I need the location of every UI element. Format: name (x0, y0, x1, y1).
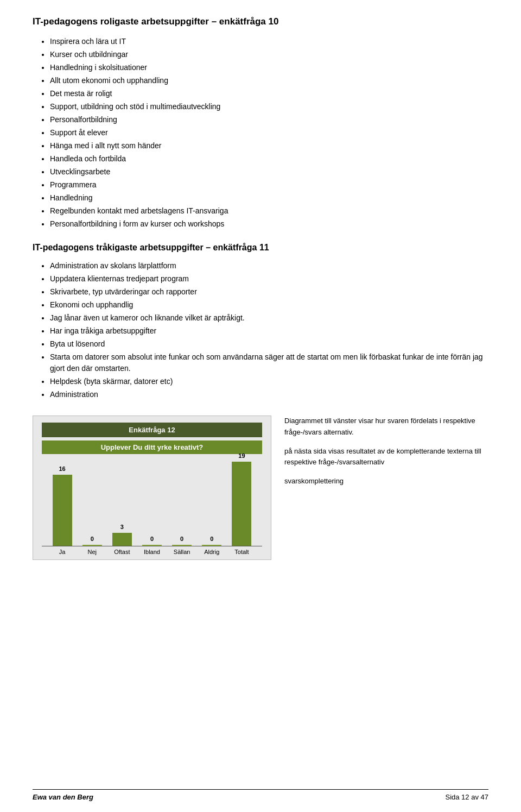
list1: Inspirera och lära ut IT Kurser och utbi… (33, 36, 488, 230)
main-heading: IT-pedagogens roligaste arbetsuppgifter … (33, 16, 488, 27)
bar-rect (202, 545, 221, 546)
chart-x-labels: JaNejOftastIblandSällanAldrigTotalt (42, 546, 262, 555)
list-item: Programmera (50, 179, 488, 191)
text-aside-para3: svarskomplettering (284, 476, 488, 487)
list-item: Administration av skolans lärplattform (50, 260, 488, 272)
bar-group: 16 (47, 465, 77, 546)
list-item: Handleda och fortbilda (50, 153, 488, 165)
chart-x-label: Oftast (107, 549, 137, 555)
bar-group: 3 (107, 524, 137, 546)
bar-rect (112, 533, 132, 546)
list-item: Personalfortbildning i form av kurser oc… (50, 218, 488, 230)
text-aside: Diagrammet till vänster visar hur svaren… (284, 416, 488, 495)
chart-x-label: Ja (47, 549, 77, 555)
list-item: Kurser och utbildningar (50, 49, 488, 60)
bar-value-label: 19 (238, 452, 245, 459)
bar-rect (142, 545, 162, 546)
list-item: Har inga tråkiga arbetsuppgifter (50, 325, 488, 337)
list-item: Uppdatera klienternas tredjepart program (50, 273, 488, 285)
list-item: Support, utbildning och stöd i multimedi… (50, 101, 488, 112)
list-item: Personalfortbildning (50, 114, 488, 125)
bar-rect (82, 545, 102, 546)
chart-x-label: Nej (77, 549, 107, 555)
bar-group: 19 (227, 452, 257, 546)
bar-group: 0 (77, 536, 107, 546)
chart-title: Enkätfråga 12 (42, 423, 262, 437)
chart-x-label: Aldrig (197, 549, 227, 555)
bar-group: 0 (137, 536, 167, 546)
footer-author: Ewa van den Berg (33, 793, 93, 801)
list2: Administration av skolans lärplattform U… (33, 260, 488, 400)
bar-value-label: 0 (180, 536, 183, 542)
bar-value-label: 16 (59, 465, 65, 472)
list-item: Regelbunden kontakt med arbetslagens IT-… (50, 205, 488, 217)
list-item: Ekonomi och upphandlig (50, 299, 488, 311)
bar-value-label: 3 (120, 524, 124, 530)
bar-rect (172, 545, 192, 546)
list-item: Skrivarbete, typ utvärderingar och rappo… (50, 286, 488, 298)
chart-x-label: Ibland (137, 549, 167, 555)
footer: Ewa van den Berg Sida 12 av 47 (33, 789, 488, 801)
bar-group: 0 (197, 536, 227, 546)
text-aside-para1: Diagrammet till vänster visar hur svaren… (284, 416, 488, 438)
list-item: Inspirera och lära ut IT (50, 36, 488, 47)
list-item: Administration (50, 389, 488, 400)
list-item: Det mesta är roligt (50, 88, 488, 99)
list-item: Helpdesk (byta skärmar, datorer etc) (50, 376, 488, 387)
list-item: Handledning i skolsituationer (50, 62, 488, 73)
bar-group: 0 (167, 536, 197, 546)
list-item: Byta ut lösenord (50, 338, 488, 350)
chart-text-section: Enkätfråga 12 Upplever Du ditt yrke krea… (33, 416, 488, 560)
bar-rect (53, 475, 72, 546)
bar-value-label: 0 (91, 536, 94, 542)
text-aside-para2: på nästa sida visas resultatet av de kom… (284, 446, 488, 469)
list-item: Starta om datorer som absolut inte funka… (50, 351, 488, 374)
list-item: Allt utom ekonomi och upphandling (50, 75, 488, 86)
chart-container: Enkätfråga 12 Upplever Du ditt yrke krea… (33, 416, 271, 560)
list-item: Utvecklingsarbete (50, 166, 488, 178)
chart-x-label: Totalt (227, 549, 257, 555)
bar-chart-area: 160300019 (42, 459, 262, 546)
list-item: Jag lånar även ut kameror och liknande v… (50, 312, 488, 324)
list-item: Hänga med i allt nytt som händer (50, 140, 488, 152)
list-item: Support åt elever (50, 127, 488, 139)
footer-page-info: Sida 12 av 47 (445, 793, 488, 801)
list-item: Handledning (50, 192, 488, 204)
bar-value-label: 0 (210, 536, 213, 542)
bar-value-label: 0 (150, 536, 154, 542)
bar-rect (232, 462, 251, 546)
chart-x-label: Sällan (167, 549, 197, 555)
section-heading: IT-pedagogens tråkigaste arbetsuppgifter… (33, 243, 488, 253)
